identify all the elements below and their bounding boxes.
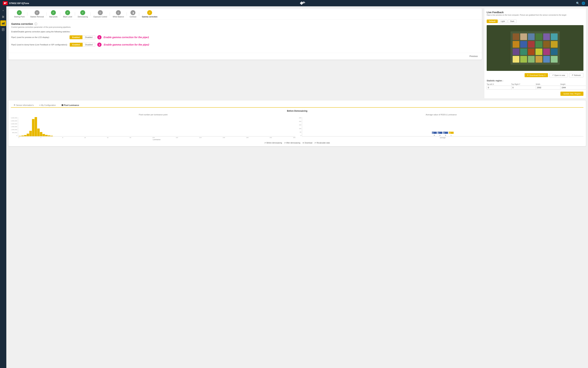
step-icon-gamma-correction: ✓ <box>147 10 152 15</box>
bar-2 <box>24 135 26 136</box>
sidebar-item-plus[interactable]: ＋ <box>0 8 6 13</box>
step-contrast[interactable]: ◑ Contrast <box>127 10 139 18</box>
bar-chart-title: Pixel number per luminance point <box>11 114 295 116</box>
gamma-title-row: Gamma correction i <box>11 22 479 25</box>
svg-rect-13 <box>2 30 3 30</box>
color-swatch-0 <box>513 33 519 40</box>
action-download[interactable]: ⬇ Download <box>302 142 312 144</box>
topbar: STM32 ISP IQTune 🔍 🌐 <box>0 0 588 6</box>
color-swatch-23 <box>551 56 558 63</box>
color-checker <box>510 31 560 65</box>
rgb-axis-label-l: L <box>451 135 452 136</box>
rgb-chart-box: Average value of RGB & Luminance 255 200… <box>299 114 583 140</box>
annotation2-text: Enable gamma correction for the pipe2 <box>104 43 149 46</box>
tab-pixel-luminance[interactable]: ▦ Pixel Luminance <box>59 103 82 108</box>
color-swatch-16 <box>543 48 550 55</box>
update-stat-region-button[interactable]: Update Stat. Region <box>561 92 583 96</box>
refresh-label: Refresh <box>574 74 581 76</box>
previous-button[interactable]: Previous <box>468 54 479 58</box>
tab-sensor-info[interactable]: ⚙ Sensor information's <box>11 103 36 107</box>
color-swatch-11 <box>551 41 558 48</box>
bar-chart-x-axis-label: Luminance <box>18 139 295 140</box>
step-demosaicing[interactable]: ✓ Demosaicing <box>75 10 91 18</box>
pipe1-enabled-btn[interactable]: Enabled <box>70 35 82 39</box>
step-white-balance[interactable]: ◎ White Balance <box>110 10 127 18</box>
pipe2-enabled-btn[interactable]: Enabled <box>70 43 83 46</box>
before-demosaicing-label: Before demosaicing <box>266 142 282 144</box>
rgb-bar-g: 62 <box>438 132 442 134</box>
color-swatch-6 <box>513 41 519 48</box>
input-top-right-y[interactable] <box>511 86 538 90</box>
step-label-bad-pixels: Bad pixels <box>49 16 57 18</box>
action-recalculate[interactable]: ↺ Recalculate stats <box>314 142 330 144</box>
chart-bottom-actions: ↺ Before demosaicing ↺ After demosaicing… <box>11 142 583 144</box>
field-label-top-right-y: Top Right Y <box>511 83 535 85</box>
main-content: ✓ Starting Point ⊘ Statistic Removal ✓ B… <box>6 6 588 368</box>
step-label-black-level: Black Level <box>63 16 72 18</box>
action-after-demosaicing[interactable]: ↺ After demosaicing <box>284 142 300 144</box>
pixel-luminance-icon: ▦ <box>61 104 63 106</box>
svg-point-5 <box>2 17 3 18</box>
input-width[interactable] <box>536 86 562 90</box>
search-icon[interactable]: 🔍 <box>576 2 579 5</box>
bar-9 <box>43 134 45 136</box>
pipe2-disabled-btn[interactable]: Disabled <box>83 43 95 46</box>
step-exposure-control[interactable]: ⊡ Exposure Control <box>91 10 110 18</box>
annotation1-text: Enable gamma correction for the pipe1 <box>104 36 149 39</box>
refresh-button[interactable]: ↺ Refresh <box>569 73 583 77</box>
action-before-demosaicing[interactable]: ↺ Before demosaicing <box>264 142 282 144</box>
y-label-15m: 1,500,000 <box>11 126 17 128</box>
open-new-icon: ↗ <box>552 74 553 76</box>
step-label-demosaicing: Demosaicing <box>78 16 88 18</box>
field-input-row-x: px <box>487 86 510 90</box>
step-starting-point[interactable]: ✓ Starting Point <box>11 10 27 18</box>
rgb-bar-group-b: 20B <box>443 132 448 136</box>
tab-dark[interactable]: Dark <box>508 19 517 23</box>
input-top-left-x[interactable] <box>487 86 513 90</box>
globe-icon[interactable]: 🌐 <box>582 2 585 5</box>
step-icon-bad-pixels: ✓ <box>51 10 56 15</box>
live-feedback-title: Live Feedback <box>487 11 583 14</box>
sensor-info-label: Sensor information's <box>16 104 34 106</box>
open-in-new-button[interactable]: ↗ Open in new <box>549 73 568 77</box>
bar-chart-y-labels: 3,000,000 2,500,000 2,000,000 1,500,000 … <box>11 117 18 137</box>
color-swatch-18 <box>513 56 519 63</box>
step-bad-pixels[interactable]: ✓ Bad pixels <box>46 10 60 18</box>
app-title-area: STM32 ISP IQTune <box>3 1 29 5</box>
bar-0 <box>19 136 21 136</box>
sidebar-item-equalizer[interactable] <box>0 20 6 26</box>
rgb-chart-bars: 52R62G20B54L <box>302 117 583 137</box>
color-swatch-15 <box>535 48 542 55</box>
step-statistic-removal[interactable]: ⊘ Statistic Removal <box>27 10 46 18</box>
app-logo <box>3 1 8 5</box>
update-btn-row: Update Stat. Region <box>487 91 583 96</box>
download-dump-button[interactable]: ⬇ Download Dump ▾ <box>525 73 548 77</box>
color-swatch-5 <box>551 33 558 40</box>
bottom-panel: ⚙ Sensor information's ≡ My Configuratio… <box>9 100 586 146</box>
rgb-bar-group-g: 62G <box>438 132 442 136</box>
color-swatch-14 <box>528 48 535 55</box>
color-swatch-22 <box>543 56 550 63</box>
step-gamma-correction[interactable]: ✓ Gamma correction <box>139 10 160 18</box>
sidebar-item-document[interactable] <box>0 27 6 32</box>
pipe2-row: Pipe2 (used to dump frame (Live Feedback… <box>11 43 479 47</box>
tab-default[interactable]: Default <box>487 19 498 23</box>
rgb-chart-title: Average value of RGB & Luminance <box>299 114 583 116</box>
rgb-y-100: 100 <box>299 128 301 129</box>
right-panel: Live Feedback Have a live preview on the… <box>484 9 586 98</box>
rgb-y-150: 150 <box>299 124 301 126</box>
y-label-25m: 2,500,000 <box>11 120 17 122</box>
pipeline-steps: ✓ Starting Point ⊘ Statistic Removal ✓ B… <box>9 9 482 20</box>
rgb-chart-y-labels: 255 200 150 100 50 0 <box>299 117 302 137</box>
tab-my-config[interactable]: ≡ My Configuration <box>36 103 59 107</box>
live-feedback-subtitle: Have a live preview on the host computer… <box>487 14 583 16</box>
step-black-level[interactable]: ✓ Black Level <box>60 10 75 18</box>
input-height[interactable] <box>560 86 586 90</box>
sidebar-item-sliders[interactable] <box>0 14 6 20</box>
y-label-2m: 2,000,000 <box>11 123 17 125</box>
sidebar: ＋ <box>0 6 6 368</box>
gamma-info-icon[interactable]: i <box>35 22 37 25</box>
preview-actions: ⬇ Download Dump ▾ ↗ Open in new ↺ Refres… <box>487 73 583 77</box>
pipe1-disabled-btn[interactable]: Disabled <box>82 35 95 39</box>
tab-light[interactable]: Light <box>499 19 507 23</box>
